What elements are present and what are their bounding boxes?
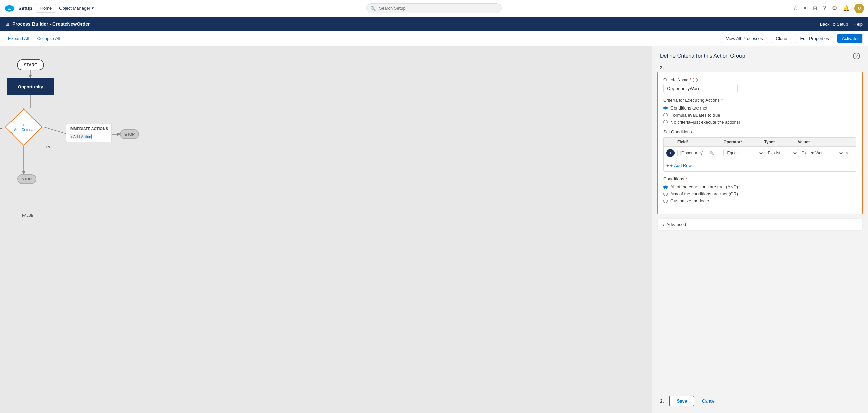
- advanced-section[interactable]: › Advanced: [657, 218, 863, 231]
- radio-group-executing: Conditions are met Formula evaluates to …: [663, 105, 856, 125]
- add-row-container: + + Add Row: [664, 160, 856, 171]
- false-label: FALSE: [22, 213, 33, 217]
- svg-text:☁: ☁: [8, 7, 11, 10]
- app-title: Setup: [18, 5, 32, 11]
- radio-formula[interactable]: Formula evaluates to true: [663, 113, 856, 118]
- pb-title: Process Builder - CreateNewOrder: [12, 21, 820, 27]
- criteria-node-container: 1. + Add Criteria TRUE FALSE: [5, 108, 42, 146]
- step-3-number: 3.: [660, 398, 664, 404]
- salesforce-logo: ☁: [4, 3, 15, 14]
- help-button[interactable]: ?: [853, 53, 860, 59]
- view-all-processes-button[interactable]: View All Processes: [721, 34, 768, 43]
- step-number: 1.: [0, 125, 2, 130]
- dropdown-icon[interactable]: ▾: [802, 4, 808, 13]
- radio-no-criteria-input[interactable]: [663, 120, 668, 124]
- search-icon-small: 🔍: [709, 151, 714, 155]
- add-action-button[interactable]: + Add Action: [70, 134, 92, 139]
- col-value: Value*: [798, 140, 844, 144]
- toolbar-right: View All Processes Clone Edit Properties…: [721, 34, 863, 43]
- toolbar: Expand All Collapse All View All Process…: [0, 31, 868, 46]
- radio-all-input[interactable]: [663, 185, 668, 189]
- conditions-logic-label: Conditions *: [663, 176, 856, 181]
- svg-line-4: [44, 127, 66, 134]
- chevron-right-icon: ›: [663, 222, 664, 227]
- right-panel-header: Define Criteria for this Action Group ?: [652, 46, 868, 64]
- right-panel: Define Criteria for this Action Group ? …: [652, 46, 868, 413]
- radio-all-conditions[interactable]: All of the conditions are met (AND): [663, 184, 856, 189]
- conditions-table: Field* Operator* Type* Value*: [663, 137, 856, 172]
- star-icon[interactable]: ☆: [792, 4, 799, 13]
- right-panel-title: Define Criteria for this Action Group: [660, 53, 745, 59]
- value-select[interactable]: Closed Won: [798, 149, 844, 157]
- immediate-actions-node: IMMEDIATE ACTIONS + Add Action: [66, 124, 112, 142]
- advanced-label: Advanced: [666, 222, 686, 227]
- radio-conditions-met[interactable]: Conditions are met: [663, 105, 856, 111]
- criteria-section: Criteria Name * i Criteria for Executing…: [657, 72, 863, 214]
- field-selector[interactable]: [Opportunity].... 🔍: [677, 149, 724, 157]
- canvas: START Opportunity 1. + Add Criteria TRUE…: [0, 46, 652, 413]
- search-icon: 🔍: [370, 6, 376, 11]
- col-field: Field*: [677, 140, 724, 144]
- edit-properties-button[interactable]: Edit Properties: [795, 34, 834, 43]
- col-type: Type*: [764, 140, 798, 144]
- help-link[interactable]: Help: [853, 22, 863, 27]
- operator-select[interactable]: Equals: [724, 149, 764, 157]
- value-container: Closed Won: [798, 149, 844, 157]
- conditions-table-header: Field* Operator* Type* Value*: [664, 138, 856, 147]
- plus-icon-small: +: [666, 163, 669, 168]
- table-row: 1 [Opportunity].... 🔍 Equals: [664, 147, 856, 160]
- activate-button[interactable]: Activate: [837, 34, 863, 43]
- radio-no-criteria[interactable]: No criteria–just execute the actions!: [663, 120, 856, 125]
- radio-formula-input[interactable]: [663, 113, 668, 117]
- home-button[interactable]: Home: [36, 4, 56, 13]
- main-area: START Opportunity 1. + Add Criteria TRUE…: [0, 46, 868, 413]
- clone-button[interactable]: Clone: [771, 34, 793, 43]
- top-nav-right: ☆ ▾ ⊞ ? ⚙ 🔔 U: [792, 4, 864, 13]
- collapse-all-button[interactable]: Collapse All: [34, 34, 63, 42]
- bell-icon[interactable]: 🔔: [842, 4, 851, 13]
- add-row-button[interactable]: + + Add Row: [664, 160, 694, 171]
- opportunity-node[interactable]: Opportunity: [7, 78, 54, 95]
- criteria-name-label: Criteria Name * i: [663, 78, 856, 82]
- criteria-executing-label: Criteria for Executing Actions *: [663, 98, 856, 103]
- plus-icon[interactable]: ⊞: [811, 4, 818, 13]
- help-icon[interactable]: ?: [822, 4, 827, 13]
- save-button[interactable]: Save: [669, 396, 694, 406]
- start-node: START: [17, 59, 44, 70]
- back-to-setup-link[interactable]: Back To Setup: [820, 22, 848, 27]
- type-select[interactable]: Picklist: [764, 149, 798, 157]
- object-manager-button[interactable]: Object Manager ▾: [56, 4, 97, 12]
- avatar[interactable]: U: [854, 4, 864, 13]
- search-input[interactable]: [366, 3, 502, 13]
- immediate-actions-title: IMMEDIATE ACTIONS: [70, 127, 108, 132]
- radio-any-input[interactable]: [663, 192, 668, 196]
- criteria-node[interactable]: + Add Criteria: [5, 108, 42, 146]
- radio-conditions-met-input[interactable]: [663, 106, 668, 110]
- radio-group-conditions: All of the conditions are met (AND) Any …: [663, 184, 856, 203]
- expand-all-button[interactable]: Expand All: [5, 34, 31, 42]
- row-number: 1: [666, 149, 675, 157]
- search-container: 🔍: [366, 3, 502, 13]
- stop-node-bottom: STOP: [17, 174, 36, 184]
- required-star: *: [690, 78, 691, 82]
- true-label: TRUE: [44, 145, 54, 149]
- top-navigation: ☁ Setup Home Object Manager ▾ 🔍 ☆ ▾ ⊞ ? …: [0, 0, 868, 17]
- remove-row-button[interactable]: ✕: [844, 150, 849, 156]
- flow-arrows: [0, 46, 652, 413]
- stop-node-right: STOP: [120, 129, 139, 139]
- chevron-down-icon: ▾: [92, 6, 94, 11]
- cancel-button[interactable]: Cancel: [699, 396, 719, 406]
- col-operator: Operator*: [724, 140, 764, 144]
- radio-any-conditions[interactable]: Any of the conditions are met (OR): [663, 191, 856, 196]
- add-criteria-label[interactable]: + Add Criteria: [14, 122, 33, 132]
- settings-icon[interactable]: ⚙: [831, 4, 838, 13]
- radio-customize-input[interactable]: [663, 199, 668, 203]
- radio-customize-logic[interactable]: Customize the logic: [663, 198, 856, 203]
- set-conditions-label: Set Conditions: [663, 129, 856, 135]
- pb-header-right: Back To Setup Help: [820, 22, 863, 27]
- bottom-actions: 3. Save Cancel: [652, 389, 868, 413]
- pb-header: ⊞ Process Builder - CreateNewOrder Back …: [0, 17, 868, 31]
- step-2-number: 2.: [652, 64, 868, 72]
- info-icon[interactable]: i: [693, 78, 698, 82]
- criteria-name-input[interactable]: [663, 84, 738, 93]
